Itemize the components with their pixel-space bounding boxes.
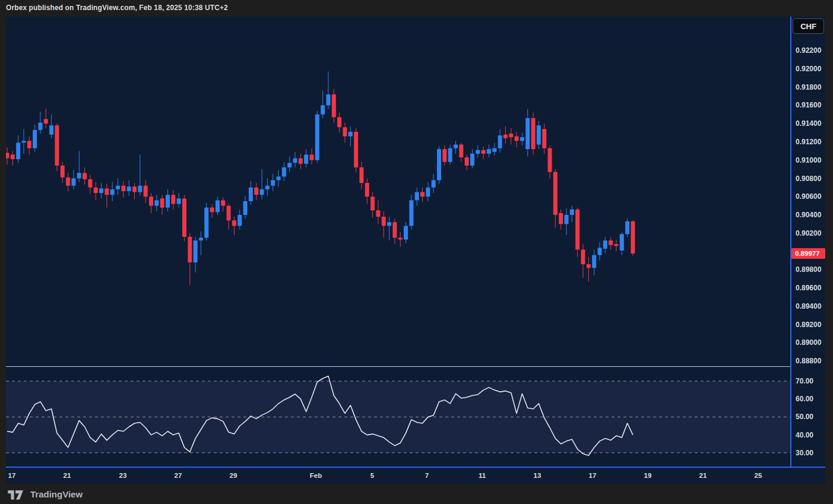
time-tick-label: 11 bbox=[479, 472, 486, 479]
price-tick-label: 0.89400 bbox=[796, 302, 821, 310]
candle-body bbox=[559, 213, 563, 224]
time-axis[interactable]: 1721232729Feb57111317192125 bbox=[6, 468, 825, 484]
tradingview-logo-icon bbox=[6, 487, 26, 501]
price-tick-label: 0.91600 bbox=[796, 101, 821, 109]
candle-body bbox=[188, 237, 192, 262]
published-chart-frame: Orbex published on TradingView.com, Feb … bbox=[0, 0, 833, 504]
price-tick-label: 0.88800 bbox=[796, 357, 821, 365]
candle-body bbox=[609, 240, 613, 245]
price-tick-label: 0.91200 bbox=[796, 138, 821, 146]
time-tick-label: 21 bbox=[64, 472, 71, 479]
candle-body bbox=[370, 196, 375, 210]
candle-body bbox=[392, 222, 397, 237]
candle-body bbox=[144, 186, 148, 196]
candle-body bbox=[132, 186, 137, 192]
candle-body bbox=[498, 135, 502, 148]
candle-body bbox=[66, 177, 70, 186]
time-tick-label: 23 bbox=[119, 472, 127, 479]
candle-body bbox=[614, 244, 618, 246]
candle-body bbox=[210, 208, 214, 213]
candle-body bbox=[587, 264, 591, 268]
candle-body bbox=[287, 163, 292, 167]
candle-body bbox=[620, 234, 624, 251]
candle-body bbox=[237, 215, 242, 226]
price-tick-label: 0.89600 bbox=[796, 284, 821, 292]
candle-body bbox=[149, 196, 153, 205]
candle-body bbox=[465, 157, 469, 166]
price-tick-label: 0.89800 bbox=[796, 265, 821, 274]
candle-body bbox=[166, 195, 170, 208]
candle-body bbox=[199, 237, 203, 240]
candle-body bbox=[304, 154, 308, 163]
candle-body bbox=[282, 167, 286, 176]
price-tick-label: 0.92200 bbox=[796, 46, 821, 55]
candle-body bbox=[315, 115, 319, 160]
candle-body bbox=[309, 154, 313, 160]
time-tick-label: 21 bbox=[699, 472, 707, 479]
rsi-pane[interactable] bbox=[6, 368, 790, 467]
price-tick-label: 0.90800 bbox=[796, 175, 821, 183]
candle-body bbox=[138, 186, 142, 192]
candle-body bbox=[221, 200, 225, 205]
candle-body bbox=[592, 255, 596, 268]
candle-body bbox=[160, 198, 164, 207]
candle-body bbox=[382, 217, 386, 226]
candle-body bbox=[321, 105, 325, 114]
candle-body bbox=[509, 134, 513, 137]
candle-body bbox=[531, 118, 536, 149]
time-tick-label: 25 bbox=[755, 472, 762, 479]
candle-body bbox=[470, 154, 474, 166]
price-axis[interactable]: CHF 0.922000.920000.918000.916000.914000… bbox=[790, 17, 825, 467]
candle-body bbox=[404, 226, 408, 239]
candle-body bbox=[625, 221, 629, 234]
time-tick-label: 13 bbox=[534, 472, 541, 479]
candle-body bbox=[437, 149, 441, 180]
rsi-tick-label: 30.00 bbox=[796, 449, 813, 457]
candle-body bbox=[61, 166, 65, 177]
candle-body bbox=[376, 210, 380, 217]
candle-body bbox=[55, 125, 59, 166]
time-tick-label: 5 bbox=[370, 472, 374, 479]
time-tick-label: 19 bbox=[644, 472, 652, 479]
candle-body bbox=[6, 153, 9, 158]
candle-body bbox=[359, 167, 363, 183]
price-tick-label: 0.89200 bbox=[796, 321, 821, 329]
candle-body bbox=[11, 154, 15, 159]
candle-body bbox=[71, 178, 75, 185]
candle-body bbox=[631, 221, 635, 253]
candle-body bbox=[116, 186, 120, 189]
candlestick-pane[interactable] bbox=[6, 17, 790, 367]
tradingview-link[interactable]: TradingView bbox=[6, 487, 83, 501]
candle-body bbox=[537, 125, 541, 144]
candle-body bbox=[216, 200, 220, 212]
candle-body bbox=[260, 189, 264, 195]
candle-body bbox=[487, 149, 491, 154]
candle-body bbox=[33, 130, 37, 148]
candle-body bbox=[271, 180, 275, 186]
candle-body bbox=[277, 176, 281, 180]
candle-body bbox=[44, 119, 48, 123]
candle-body bbox=[110, 189, 115, 195]
currency-button[interactable]: CHF bbox=[793, 18, 824, 34]
candle-body bbox=[332, 94, 336, 117]
candle-body bbox=[553, 172, 558, 215]
pane-separator[interactable] bbox=[6, 366, 790, 367]
candle-body bbox=[94, 188, 98, 193]
time-tick-label: 27 bbox=[175, 472, 182, 479]
candle-body bbox=[243, 201, 248, 215]
candle-body bbox=[121, 186, 125, 191]
candle-body bbox=[99, 188, 103, 193]
candle-body bbox=[426, 188, 430, 196]
candle-body bbox=[448, 148, 452, 162]
candle-body bbox=[171, 195, 175, 204]
candle-body bbox=[232, 220, 236, 226]
candle-body bbox=[565, 215, 569, 224]
candle-body bbox=[603, 240, 607, 249]
candle-body bbox=[432, 180, 436, 188]
publication-title: Orbex published on TradingView.com, Feb … bbox=[6, 4, 228, 12]
candle-body bbox=[293, 159, 297, 163]
candle-body bbox=[409, 200, 413, 226]
candle-body bbox=[515, 137, 519, 141]
rsi-tick-label: 60.00 bbox=[796, 395, 813, 403]
candle-body bbox=[442, 149, 446, 162]
